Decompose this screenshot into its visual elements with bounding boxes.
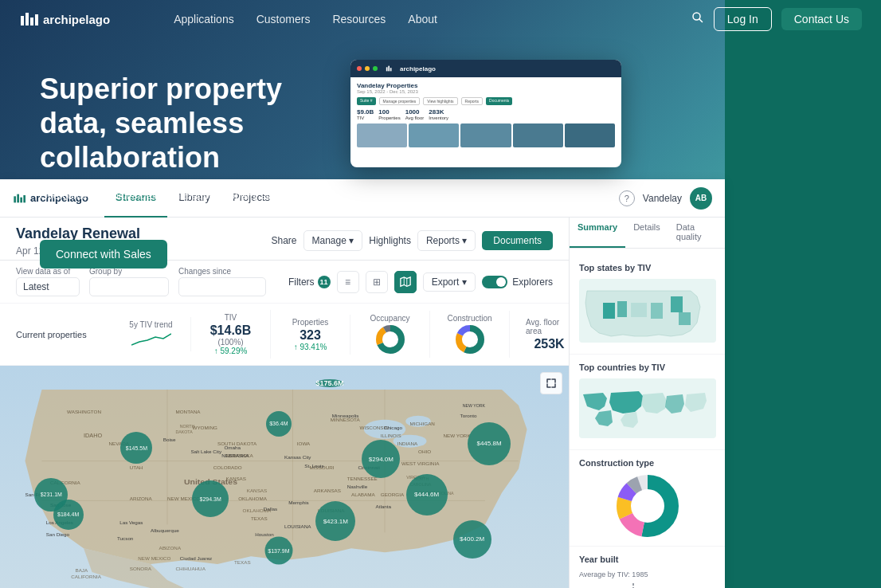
mockup-header: archipelago bbox=[350, 60, 621, 77]
rp-tab-summary[interactable]: Summary bbox=[570, 218, 625, 248]
rp-tab-details[interactable]: Details bbox=[625, 218, 668, 248]
app-main: Vandelay Renewal Apr 12, 2022 - Apr 12, … bbox=[0, 218, 569, 588]
group-by-select[interactable] bbox=[89, 277, 169, 296]
svg-rect-13 bbox=[30, 18, 33, 25]
documents-button[interactable]: Documents bbox=[482, 231, 553, 250]
map-expand-button[interactable] bbox=[540, 372, 562, 394]
tiv-trend-chart bbox=[131, 331, 171, 348]
stat-avg-floor: Avg. floor area 253K bbox=[510, 315, 569, 355]
bubble-indianapolis[interactable]: $294.0M bbox=[362, 440, 400, 478]
hero-content: Superior property data, seamless collabo… bbox=[40, 72, 311, 269]
filters-button[interactable]: Filters 11 bbox=[288, 276, 331, 288]
rp-top-countries: Top countries by TIV bbox=[570, 355, 725, 450]
list-view-icon[interactable]: ≡ bbox=[337, 271, 359, 293]
us-map-mini bbox=[579, 279, 716, 343]
stat-tiv: TIV $14.6B (100%) ↑ 59.29% bbox=[191, 310, 271, 359]
group-by-control: Group by bbox=[89, 267, 169, 296]
mockup-btn-suiteno: Suite # bbox=[357, 97, 376, 105]
nav-about[interactable]: About bbox=[408, 13, 437, 25]
tiv-value: $14.6B bbox=[210, 323, 252, 338]
connect-with-sales-button[interactable]: Connect with Sales bbox=[40, 240, 167, 269]
rp-tabs: Summary Details Data quality bbox=[570, 218, 725, 249]
mockup-stats: $9.0BTIV 100Properties 1000Avg floor 283… bbox=[357, 108, 615, 120]
nav-links: Applications Customers Resources About bbox=[174, 13, 691, 25]
rp-top-states: Top states by TIV bbox=[570, 255, 725, 355]
help-icon[interactable]: ? bbox=[619, 190, 635, 206]
svg-rect-22 bbox=[23, 195, 25, 202]
bubble-nashville[interactable]: $444.6M bbox=[406, 474, 448, 515]
bubble-houston[interactable]: $137.9M bbox=[264, 536, 292, 564]
svg-rect-16 bbox=[386, 67, 388, 71]
export-button[interactable]: Export ▾ bbox=[423, 272, 476, 292]
tiv-pct: (100%) bbox=[217, 338, 243, 347]
current-properties-label: Current properties bbox=[16, 330, 112, 339]
app-username: Vandelay bbox=[643, 193, 682, 204]
app-right-panel: Summary Details Data quality Top states … bbox=[569, 218, 725, 588]
explorers-toggle-track[interactable] bbox=[482, 276, 507, 288]
mockup-body: Vandelay Properties Sep 15, 2022 - Dec 1… bbox=[350, 77, 621, 152]
mockup-nav: Suite # Manage properties View highlight… bbox=[357, 97, 615, 105]
bubble-neworleans[interactable]: $423.1M bbox=[315, 501, 355, 541]
filter-count: 11 bbox=[318, 276, 331, 288]
svg-rect-12 bbox=[25, 13, 29, 25]
manage-button[interactable]: Manage ▾ bbox=[303, 230, 363, 251]
top-states-title: Top states by TIV bbox=[579, 263, 715, 272]
svg-rect-18 bbox=[390, 68, 392, 71]
nav-applications[interactable]: Applications bbox=[174, 13, 234, 25]
bubble-denver[interactable]: $145.5M bbox=[120, 432, 152, 464]
nav-actions: Log In Contact Us bbox=[691, 7, 862, 31]
tiv-change: ↑ 59.29% bbox=[214, 347, 248, 355]
rp-tab-dataquality[interactable]: Data quality bbox=[668, 218, 725, 248]
stat-properties: Properties 323 ↑ 93.41% bbox=[271, 315, 350, 355]
construction-type-title: Construction type bbox=[579, 458, 715, 468]
hero-title: Superior property data, seamless collabo… bbox=[40, 72, 311, 175]
svg-rect-20 bbox=[17, 194, 19, 202]
map-container: IDAHO WASHINGTON UTAH NEVADA CALIFORNIA … bbox=[0, 366, 569, 588]
app-action-buttons: Share Manage ▾ Highlights Reports ▾ Docu… bbox=[271, 225, 553, 251]
bubble-omaha[interactable]: $36.4M bbox=[266, 411, 292, 437]
bubble-jacksonville[interactable]: $400.2M bbox=[453, 520, 491, 559]
stat-construction: Construction bbox=[430, 311, 510, 358]
svg-rect-19 bbox=[14, 196, 16, 202]
mockup-btn-documents: Documents bbox=[486, 97, 512, 105]
logo[interactable]: archipelago bbox=[19, 10, 110, 29]
svg-rect-14 bbox=[35, 14, 38, 25]
world-map-mini bbox=[579, 378, 716, 438]
year-built-avg: Average by TIV: 1985 bbox=[579, 570, 715, 578]
bubble-albuquerque[interactable]: $294.3M bbox=[192, 480, 229, 517]
nav-customers[interactable]: Customers bbox=[256, 13, 311, 25]
toggle-thumb bbox=[496, 277, 506, 287]
bubble-minneapolis[interactable]: $175.6M bbox=[316, 379, 344, 387]
year-built-title: Year built bbox=[579, 555, 715, 564]
bubble-sandiego[interactable]: $184.4M bbox=[53, 500, 84, 530]
reports-button[interactable]: Reports ▾ bbox=[417, 230, 476, 251]
year-built-chart bbox=[579, 582, 716, 588]
svg-rect-21 bbox=[20, 197, 22, 202]
construction-chart bbox=[455, 324, 485, 355]
reports-chevron: ▾ bbox=[462, 235, 467, 246]
hero-mockup: archipelago Vandelay Properties Sep 15, … bbox=[350, 60, 621, 167]
highlights-button[interactable]: Highlights bbox=[369, 235, 411, 246]
changes-since-select[interactable] bbox=[178, 277, 266, 296]
mockup-meta: Sep 15, 2022 - Dec 15, 2023 bbox=[357, 89, 615, 94]
map-view-icon[interactable] bbox=[394, 271, 417, 293]
avg-floor-value: 253K bbox=[534, 337, 564, 351]
bubble-pa[interactable]: $445.8M bbox=[468, 422, 511, 465]
mockup-btn-reports: Reports bbox=[461, 97, 484, 105]
properties-change: ↑ 93.41% bbox=[294, 343, 327, 351]
grid-view-icon[interactable]: ⊞ bbox=[366, 271, 388, 293]
view-data-control: View data as of Latest bbox=[16, 267, 80, 296]
app-logo-icon bbox=[13, 192, 25, 205]
login-button[interactable]: Log In bbox=[714, 7, 772, 31]
contact-button[interactable]: Contact Us bbox=[781, 8, 862, 30]
mockup-logo: archipelago bbox=[400, 65, 436, 73]
search-icon[interactable] bbox=[691, 11, 704, 27]
app-content: Vandelay Renewal Apr 12, 2022 - Apr 12, … bbox=[0, 218, 725, 588]
stat-occupancy: Occupancy bbox=[350, 311, 430, 358]
nav-resources[interactable]: Resources bbox=[332, 13, 386, 25]
explorers-toggle: Explorers bbox=[482, 276, 553, 288]
view-data-select[interactable]: Latest bbox=[16, 277, 80, 296]
stats-row: Current properties 5y TIV trend TIV $14.… bbox=[0, 304, 569, 366]
manage-chevron: ▾ bbox=[349, 235, 354, 246]
export-chevron: ▾ bbox=[462, 276, 467, 288]
